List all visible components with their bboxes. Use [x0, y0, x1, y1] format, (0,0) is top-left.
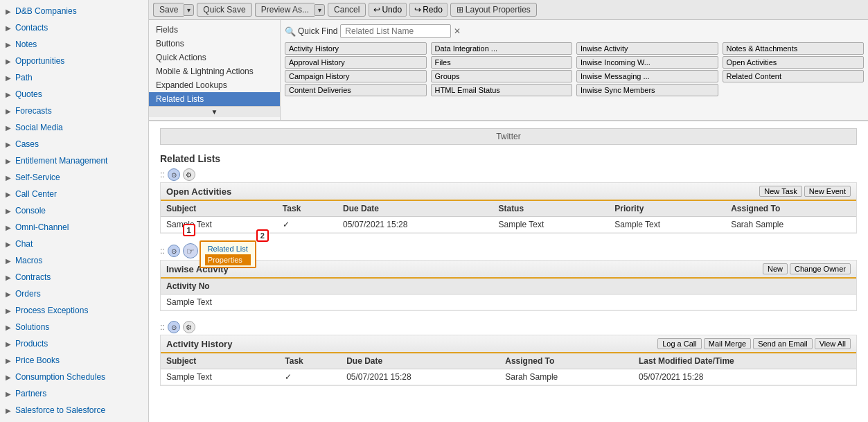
quick-save-button[interactable]: Quick Save — [197, 3, 251, 17]
activity-history-table: SubjectTaskDue DateAssigned ToLast Modif… — [161, 353, 856, 385]
open-activities-btn-new-task[interactable]: New Task — [759, 186, 801, 197]
sidebar-item-label: Cases — [15, 138, 39, 150]
related-list-btn-approval-history[interactable]: Approval History — [285, 56, 427, 69]
sidebar-item-label: Partners — [15, 387, 46, 400]
undo-button[interactable]: ↩ Undo — [369, 3, 407, 17]
drag-handle-open-activities[interactable]: :: — [160, 170, 165, 179]
activity-history-section: Activity History Log a CallMail MergeSen… — [160, 335, 857, 386]
inwise-btn-change-owner[interactable]: Change Owner — [790, 263, 851, 274]
activity-history-btn-view-all[interactable]: View All — [815, 338, 851, 349]
field-item-related-lists[interactable]: Related Lists — [149, 92, 280, 106]
preview-as-split-button[interactable]: Preview As... ▾ — [255, 3, 325, 17]
related-list-btn-content-deliveries[interactable]: Content Deliveries — [285, 84, 427, 96]
activity-history-circle-btn[interactable]: ⊙ — [168, 321, 180, 333]
sidebar-item-contracts[interactable]: ▶Contracts — [0, 269, 148, 285]
related-list-btn-related-content[interactable]: Related Content — [723, 70, 865, 82]
sidebar-item-console[interactable]: ▶Console — [0, 202, 148, 219]
quickfind-input[interactable] — [340, 24, 451, 38]
related-list-btn-html-email-status[interactable]: HTML Email Status — [431, 84, 573, 96]
sidebar-item-opportunities[interactable]: ▶Opportunities — [0, 53, 148, 69]
open-activities-circle-btn[interactable]: ⊙ — [168, 168, 180, 181]
preview-as-dropdown-arrow[interactable]: ▾ — [315, 4, 325, 16]
related-list-btn-files[interactable]: Files — [431, 56, 573, 69]
drag-handle-activity-history[interactable]: :: — [160, 322, 165, 332]
save-split-button[interactable]: Save ▾ — [153, 3, 194, 17]
open-activities-btn-new-event[interactable]: New Event — [804, 186, 851, 197]
inwise-gear-popup: Related List Properties 2 — [200, 240, 256, 268]
related-list-btn-inwise-sync-members[interactable]: Inwise Sync Members — [576, 84, 718, 96]
save-dropdown-arrow[interactable]: ▾ — [184, 4, 194, 16]
preview-as-button[interactable]: Preview As... — [255, 3, 315, 17]
related-list-btn-inwise-incoming-w...[interactable]: Inwise Incoming W... — [576, 56, 718, 69]
sidebar-item-consumption-schedules[interactable]: ▶Consumption Schedules — [0, 369, 148, 385]
activity-history-btn-mail-merge[interactable]: Mail Merge — [704, 338, 751, 349]
popup-related-list[interactable]: Related List — [205, 243, 251, 254]
sidebar-item-path[interactable]: ▶Path — [0, 69, 148, 86]
inwise-circle-btn[interactable]: ⊙ — [168, 245, 180, 257]
sidebar-item-contacts[interactable]: ▶Contacts — [0, 19, 148, 36]
activity-history-btn-log-a-call[interactable]: Log a Call — [657, 338, 702, 349]
related-list-btn-open-activities[interactable]: Open Activities — [723, 56, 865, 69]
open-activities-col-due-date: Due Date — [337, 201, 493, 217]
cancel-button[interactable]: Cancel — [328, 3, 366, 17]
popup-properties[interactable]: Properties — [205, 254, 251, 265]
quickfind-panel: 🔍 Quick Find ✕ Activity HistoryData Inte… — [281, 20, 868, 120]
sidebar-item-products[interactable]: ▶Products — [0, 335, 148, 352]
drag-handle-inwise[interactable]: :: — [160, 246, 165, 256]
sidebar-item-label: Entitlement Management — [15, 155, 107, 167]
fields-scroll-arrow[interactable]: ▼ — [149, 106, 280, 117]
sidebar-item-price-books[interactable]: ▶Price Books — [0, 352, 148, 369]
related-list-btn-inwise-messaging-...[interactable]: Inwise Messaging ... — [576, 70, 718, 82]
save-button[interactable]: Save — [153, 3, 184, 17]
layout-properties-button[interactable]: ⊞ Layout Properties — [450, 3, 537, 17]
activity-history-settings-btn[interactable]: ⚙ — [183, 321, 195, 333]
field-item-fields[interactable]: Fields — [149, 23, 280, 37]
sidebar-item-chat[interactable]: ▶Chat — [0, 236, 148, 252]
callout-1: 1 — [183, 224, 195, 236]
sidebar-item-label: Forecasts — [15, 105, 52, 117]
sidebar-item-macros[interactable]: ▶Macros — [0, 252, 148, 269]
sidebar-arrow-icon: ▶ — [6, 56, 14, 67]
sidebar-item-d&b-companies[interactable]: ▶D&B Companies — [0, 3, 148, 19]
sidebar-item-cases[interactable]: ▶Cases — [0, 136, 148, 152]
inwise-btn-new[interactable]: New — [763, 263, 788, 274]
cell-due_date: 05/07/2021 15:28 — [341, 369, 499, 385]
sidebar-item-entitlement-management[interactable]: ▶Entitlement Management — [0, 152, 148, 169]
sidebar-item-solutions[interactable]: ▶Solutions — [0, 319, 148, 335]
field-item-quick-actions[interactable]: Quick Actions — [149, 51, 280, 64]
sidebar-arrow-icon: ▶ — [6, 239, 14, 249]
quickfind-label: 🔍 Quick Find — [285, 26, 337, 37]
sidebar-item-quotes[interactable]: ▶Quotes — [0, 86, 148, 103]
sidebar-arrow-icon: ▶ — [6, 173, 14, 183]
sidebar-item-process-exceptions[interactable]: ▶Process Exceptions — [0, 302, 148, 319]
field-item-mobile-&-lightning-actions[interactable]: Mobile & Lightning Actions — [149, 64, 280, 78]
sidebar-item-salesforce-to-salesforce[interactable]: ▶Salesforce to Salesforce — [0, 402, 148, 419]
related-list-btn-groups[interactable]: Groups — [431, 70, 573, 82]
related-list-btn-activity-history[interactable]: Activity History — [285, 42, 427, 55]
related-list-btn-data-integration-...[interactable]: Data Integration ... — [431, 42, 573, 55]
sidebar-arrow-icon: ▶ — [6, 256, 14, 266]
quickfind-clear-button[interactable]: ✕ — [454, 26, 461, 36]
open-activities-col-task: Task — [277, 201, 337, 217]
sidebar-item-orders[interactable]: ▶Orders — [0, 285, 148, 302]
open-activities-table: SubjectTaskDue DateStatusPriorityAssigne… — [161, 201, 856, 233]
sidebar-item-wdc[interactable]: ▶WDC — [0, 419, 148, 422]
open-activities-settings-btn[interactable]: ⚙ — [183, 168, 195, 181]
field-item-expanded-lookups[interactable]: Expanded Lookups — [149, 78, 280, 92]
sidebar-item-call-center[interactable]: ▶Call Center — [0, 186, 148, 202]
activity-history-btn-send-an-email[interactable]: Send an Email — [753, 338, 813, 349]
sidebar-item-social-media[interactable]: ▶Social Media — [0, 119, 148, 136]
related-list-btn-campaign-history[interactable]: Campaign History — [285, 70, 427, 82]
sidebar-item-notes[interactable]: ▶Notes — [0, 36, 148, 53]
open-activities-col-subject: Subject — [161, 201, 277, 217]
redo-button[interactable]: ↪ Redo — [409, 3, 448, 17]
sidebar-item-self-service[interactable]: ▶Self-Service — [0, 169, 148, 186]
related-list-btn-notes-&-attachments[interactable]: Notes & Attachments — [723, 42, 865, 55]
sidebar-item-label: Price Books — [15, 354, 60, 367]
related-list-btn-inwise-activity[interactable]: Inwise Activity — [576, 42, 718, 55]
sidebar-item-forecasts[interactable]: ▶Forecasts — [0, 103, 148, 119]
sidebar-item-partners[interactable]: ▶Partners — [0, 385, 148, 402]
sidebar-item-omni-channel[interactable]: ▶Omni-Channel — [0, 219, 148, 236]
inwise-settings-btn[interactable]: ☞ — [183, 243, 198, 258]
field-item-buttons[interactable]: Buttons — [149, 37, 280, 51]
